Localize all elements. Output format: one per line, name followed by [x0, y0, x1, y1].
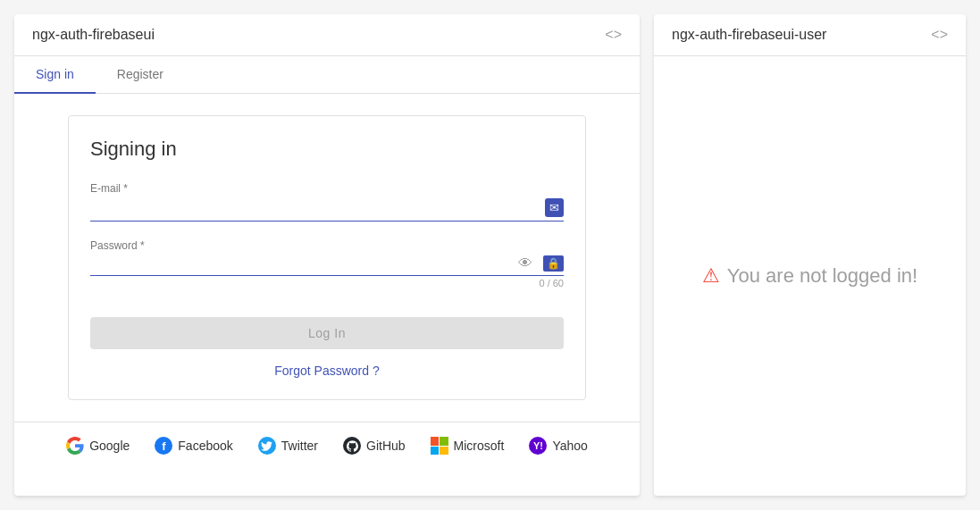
not-logged-in-section: ⚠ You are not logged in!	[654, 56, 966, 496]
social-bar: Google f Facebook Twitter GitHub Microso…	[14, 422, 640, 469]
warning-icon: ⚠	[702, 264, 720, 288]
log-in-button[interactable]: Log In	[90, 317, 564, 349]
left-panel-header: ngx-auth-firebaseui <>	[14, 14, 640, 56]
right-panel-header: ngx-auth-firebaseui-user <>	[654, 14, 966, 56]
microsoft-label: Microsoft	[454, 439, 505, 453]
lock-icon: 🔒	[543, 255, 564, 272]
sign-in-content: Signing in E-mail * ✉ Password * 👁 🔒 0 /…	[14, 94, 640, 422]
email-icon: ✉	[545, 198, 564, 217]
yahoo-icon: Y!	[529, 437, 547, 455]
forgot-password-link[interactable]: Forgot Password ?	[90, 364, 564, 378]
google-icon	[66, 437, 84, 455]
tab-bar: Sign in Register	[14, 56, 640, 94]
yahoo-login[interactable]: Y! Yahoo	[529, 437, 587, 455]
microsoft-login[interactable]: Microsoft	[431, 437, 505, 455]
sign-in-card: Signing in E-mail * ✉ Password * 👁 🔒 0 /…	[68, 115, 586, 400]
left-panel-title: ngx-auth-firebaseui	[32, 27, 155, 43]
right-code-icon[interactable]: <>	[931, 27, 948, 43]
facebook-label: Facebook	[178, 439, 232, 453]
google-label: Google	[89, 439, 130, 453]
eye-slash-icon[interactable]: 👁	[518, 255, 532, 272]
tab-sign-in[interactable]: Sign in	[14, 56, 96, 94]
twitter-icon	[258, 437, 276, 455]
github-label: GitHub	[366, 439, 406, 453]
email-field-group: E-mail * ✉	[90, 182, 564, 222]
char-count: 0 / 60	[90, 278, 564, 288]
google-login[interactable]: Google	[66, 437, 130, 455]
left-code-icon[interactable]: <>	[605, 27, 622, 43]
not-logged-in-text: You are not logged in!	[727, 264, 917, 288]
email-input[interactable]	[90, 203, 538, 217]
password-input[interactable]	[90, 257, 518, 272]
email-label: E-mail *	[90, 182, 564, 195]
right-panel: ngx-auth-firebaseui-user <> ⚠ You are no…	[654, 14, 966, 496]
yahoo-label: Yahoo	[552, 439, 587, 453]
github-icon	[343, 437, 361, 455]
microsoft-icon	[431, 437, 448, 455]
github-login[interactable]: GitHub	[343, 437, 406, 455]
password-field-row: 👁 🔒	[90, 255, 564, 276]
tab-register[interactable]: Register	[96, 56, 185, 94]
right-panel-title: ngx-auth-firebaseui-user	[672, 27, 826, 43]
twitter-login[interactable]: Twitter	[258, 437, 318, 455]
password-label: Password *	[90, 239, 564, 252]
facebook-login[interactable]: f Facebook	[155, 437, 232, 455]
twitter-label: Twitter	[281, 439, 318, 453]
facebook-icon: f	[155, 437, 172, 455]
password-field-group: Password * 👁 🔒 0 / 60	[90, 239, 564, 288]
email-field-row: ✉	[90, 198, 564, 222]
sign-in-heading: Signing in	[90, 138, 564, 161]
left-panel: ngx-auth-firebaseui <> Sign in Register …	[14, 14, 640, 496]
